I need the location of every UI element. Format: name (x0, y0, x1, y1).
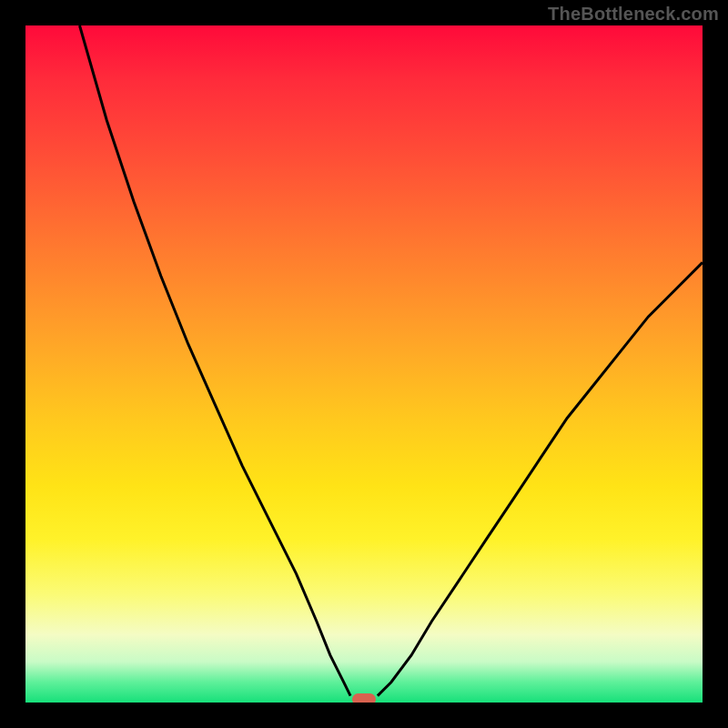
chart-frame: TheBottleneck.com (0, 0, 728, 728)
plot-area (25, 25, 703, 703)
minimum-marker (352, 693, 376, 703)
curve-right-branch (378, 262, 703, 695)
bottleneck-curve (25, 25, 703, 703)
curve-left-branch (80, 25, 351, 696)
watermark-text: TheBottleneck.com (548, 4, 719, 25)
